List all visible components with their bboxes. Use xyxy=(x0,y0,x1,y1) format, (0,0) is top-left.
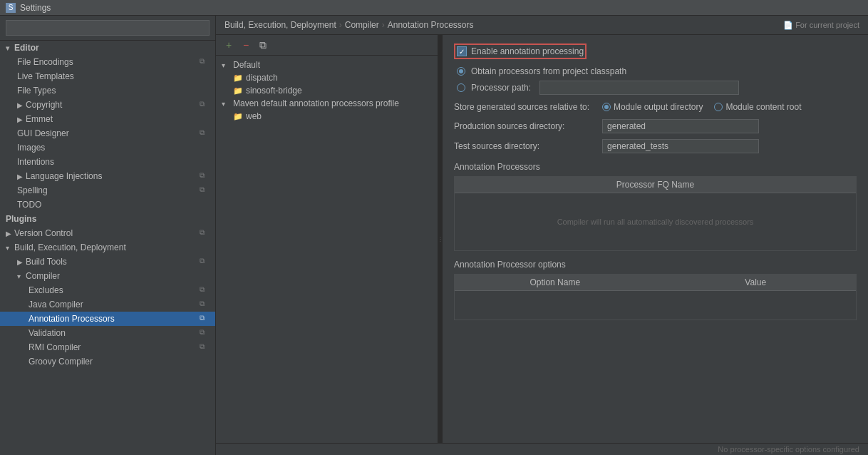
tree-node-maven-default[interactable]: ▾ Maven default annotation processors pr… xyxy=(216,97,438,110)
test-sources-input[interactable] xyxy=(602,139,759,153)
search-bar xyxy=(0,16,215,41)
store-module-output: Module output directory xyxy=(602,102,703,112)
tree-arrow: ▾ xyxy=(222,61,230,69)
breadcrumb-project: 📄 For current project xyxy=(783,21,859,30)
sidebar-item-validation[interactable]: Validation ⧉ xyxy=(0,326,215,340)
sidebar-item-version-control[interactable]: ▶ Version Control ⧉ xyxy=(0,226,215,240)
annotation-processors-title: Annotation Processors xyxy=(454,162,857,172)
store-sources-row: Store generated sources relative to: Mod… xyxy=(454,102,857,112)
breadcrumb-part2: Compiler xyxy=(345,20,379,30)
sidebar-item-language-injections[interactable]: ▶ Language Injections ⧉ xyxy=(0,169,215,183)
config-panel: ✓ Enable annotation processing Obtain pr… xyxy=(443,35,868,443)
sidebar-label: Editor xyxy=(14,43,39,53)
tree-node-web[interactable]: 📁 web xyxy=(216,110,438,123)
sidebar-item-todo[interactable]: TODO xyxy=(0,198,215,212)
add-profile-button[interactable]: + xyxy=(222,38,236,52)
tree-node-label: Maven default annotation processors prof… xyxy=(233,98,399,108)
radio-module-output-label: Module output directory xyxy=(614,102,703,112)
sidebar-item-images[interactable]: Images xyxy=(0,140,215,155)
expand-arrow: ▾ xyxy=(17,272,26,280)
enable-annotation-label: Enable annotation processing xyxy=(471,46,584,56)
table-col-value: Value xyxy=(656,275,857,290)
radio-processor-path[interactable] xyxy=(457,83,465,92)
processor-path-input[interactable] xyxy=(539,81,739,95)
sidebar-item-live-templates[interactable]: Live Templates xyxy=(0,69,215,83)
expand-arrow: ▾ xyxy=(6,244,14,252)
radio-module-content[interactable] xyxy=(714,103,723,111)
expand-arrow: ▶ xyxy=(17,101,26,109)
store-options: Module output directory Module content r… xyxy=(602,102,801,112)
title-bar: S Settings xyxy=(0,0,868,16)
sidebar-item-intentions[interactable]: Intentions xyxy=(0,155,215,169)
sidebar-item-annotation-processors[interactable]: Annotation Processors ⧉ xyxy=(0,312,215,326)
tree-node-label: web xyxy=(246,111,262,121)
sidebar-label: File Encodings xyxy=(17,57,73,67)
table-col-processor-fq: Processor FQ Name xyxy=(455,177,856,193)
sidebar-label: Emmet xyxy=(26,114,53,124)
title-text: Settings xyxy=(20,3,51,13)
sidebar-item-gui-designer[interactable]: GUI Designer ⧉ xyxy=(0,126,215,140)
test-sources-row: Test sources directory: xyxy=(454,139,857,153)
production-sources-input[interactable] xyxy=(602,119,759,133)
sidebar-label: Version Control xyxy=(14,228,73,238)
copy-icon: ⧉ xyxy=(200,171,210,181)
sidebar-item-build-execution[interactable]: ▾ Build, Execution, Deployment xyxy=(0,240,215,255)
sidebar-label: TODO xyxy=(17,200,41,210)
status-bar: No processor-specific options configured xyxy=(216,443,868,455)
tree-panel: + − ⧉ ▾ Default 📁 dispatch 📁 xyxy=(216,35,438,443)
sidebar-label: File Types xyxy=(17,86,56,96)
sidebar-item-groovy-compiler[interactable]: Groovy Compiler xyxy=(0,354,215,369)
tree-toolbar: + − ⧉ xyxy=(216,35,438,56)
tree-node-sinosoft-bridge[interactable]: 📁 sinosoft-bridge xyxy=(216,84,438,97)
sidebar-item-copyright[interactable]: ▶ Copyright ⧉ xyxy=(0,98,215,112)
tree-node-label: dispatch xyxy=(246,73,278,83)
sidebar-item-build-tools[interactable]: ▶ Build Tools ⧉ xyxy=(0,255,215,269)
sidebar-item-emmet[interactable]: ▶ Emmet xyxy=(0,112,215,126)
sidebar-item-java-compiler[interactable]: Java Compiler ⧉ xyxy=(0,297,215,312)
breadcrumb-part3: Annotation Processors xyxy=(388,20,474,30)
status-text: No processor-specific options configured xyxy=(718,445,859,454)
store-module-content: Module content root xyxy=(714,102,801,112)
annotation-processor-options-table: Option Name Value xyxy=(454,274,857,320)
copy-icon: ⧉ xyxy=(200,128,210,138)
sidebar-item-editor[interactable]: ▾ Editor xyxy=(0,41,215,55)
sidebar-item-plugins[interactable]: Plugins xyxy=(0,212,215,226)
sidebar-item-file-types[interactable]: File Types xyxy=(0,83,215,98)
sidebar-item-compiler[interactable]: ▾ Compiler xyxy=(0,269,215,283)
search-input[interactable] xyxy=(6,20,210,36)
enable-checkbox-wrapper: ✓ Enable annotation processing xyxy=(454,44,587,59)
breadcrumb-sep2: › xyxy=(382,20,385,30)
tree-node-label: sinosoft-bridge xyxy=(246,86,302,96)
sidebar-item-file-encodings[interactable]: File Encodings ⧉ xyxy=(0,55,215,69)
tree-node-dispatch[interactable]: 📁 dispatch xyxy=(216,71,438,84)
radio-classpath[interactable] xyxy=(457,67,465,76)
table-col-option-name: Option Name xyxy=(455,275,656,290)
processor-source-path: Processor path: xyxy=(457,81,857,95)
test-sources-label: Test sources directory: xyxy=(454,141,596,151)
production-sources-row: Production sources directory: xyxy=(454,119,857,133)
copy-profile-button[interactable]: ⧉ xyxy=(256,38,270,52)
middle-section: + − ⧉ ▾ Default 📁 dispatch 📁 xyxy=(216,35,868,443)
copy-icon: ⧉ xyxy=(200,100,210,110)
copy-icon: ⧉ xyxy=(200,185,210,195)
tree-node-default[interactable]: ▾ Default xyxy=(216,58,438,71)
tree-node-label: Default xyxy=(233,60,260,70)
radio-classpath-label: Obtain processors from project classpath xyxy=(471,66,626,76)
radio-module-output[interactable] xyxy=(602,103,611,111)
enable-annotation-checkbox[interactable]: ✓ xyxy=(457,46,467,56)
folder-icon: 📁 xyxy=(233,86,243,96)
sidebar-item-spelling[interactable]: Spelling ⧉ xyxy=(0,183,215,198)
sidebar-item-rmi-compiler[interactable]: RMI Compiler ⧉ xyxy=(0,340,215,354)
table-header-processors: Processor FQ Name xyxy=(455,177,856,193)
sidebar-label: Groovy Compiler xyxy=(29,357,93,367)
sidebar: ▾ Editor File Encodings ⧉ Live Templates… xyxy=(0,16,216,455)
copy-icon: ⧉ xyxy=(200,285,210,295)
sidebar-label: Validation xyxy=(29,328,66,338)
main-container: ▾ Editor File Encodings ⧉ Live Templates… xyxy=(0,16,868,455)
enable-annotation-row: ✓ Enable annotation processing xyxy=(454,44,857,59)
expand-arrow: ▶ xyxy=(6,230,14,237)
remove-profile-button[interactable]: − xyxy=(239,38,253,52)
sidebar-label: GUI Designer xyxy=(17,128,69,138)
sidebar-item-excludes[interactable]: Excludes ⧉ xyxy=(0,283,215,297)
annotation-processor-options-title: Annotation Processor options xyxy=(454,260,857,270)
